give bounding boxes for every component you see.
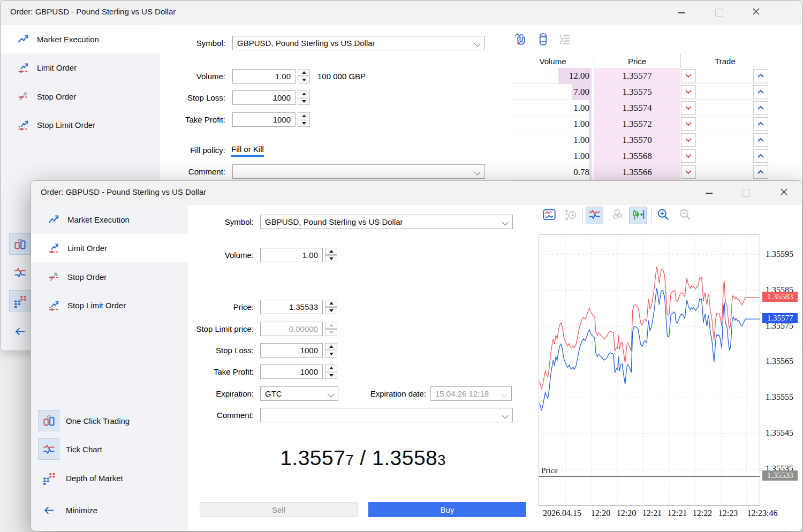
comment-input[interactable] <box>260 408 513 422</box>
take-profit-input[interactable]: 1000 <box>232 112 296 127</box>
symbol-select[interactable]: GBPUSD, Pound Sterling vs US Dollar <box>232 36 485 50</box>
close-button[interactable] <box>771 181 796 205</box>
stepper-up[interactable] <box>298 90 310 97</box>
stepper-down[interactable] <box>325 351 337 358</box>
dom-buy-button[interactable] <box>753 69 768 82</box>
sidebar-item-market-execution[interactable]: Market Execution <box>31 206 188 234</box>
sidebar-item-stop-order[interactable]: Stop Order <box>31 263 188 291</box>
stepper-up[interactable] <box>325 343 337 350</box>
dom-sell-button[interactable] <box>681 165 696 179</box>
fill-policy-value[interactable]: Fill or Kill <box>231 145 264 157</box>
dom-sell-button[interactable] <box>681 101 696 115</box>
price-stepper[interactable] <box>325 300 337 314</box>
clear-button[interactable] <box>535 31 551 47</box>
minimize-panel-button[interactable] <box>9 321 31 342</box>
sidebar-item-limit-order[interactable]: Limit Order <box>1 54 160 82</box>
sidebar-item-limit-order[interactable]: Limit Order <box>31 234 188 262</box>
dom-buy-button[interactable] <box>753 101 768 115</box>
stepper-down[interactable] <box>298 120 310 127</box>
price-scale-label: 1.35565 <box>766 356 802 366</box>
close-button[interactable] <box>744 1 768 25</box>
dom-sell-button[interactable] <box>681 69 696 82</box>
stop-loss-stepper[interactable] <box>325 343 337 358</box>
symbol-select[interactable]: GBPUSD, Pound Sterling vs US Dollar <box>260 215 513 229</box>
volume-input[interactable]: 1.00 <box>260 248 323 262</box>
stop-loss-input[interactable]: 1000 <box>260 343 323 358</box>
stepper-down[interactable] <box>325 372 337 379</box>
sidebar-item-stop-limit-order[interactable]: Stop Limit Order <box>31 291 188 320</box>
toolbar-divider <box>582 208 583 223</box>
dom-buy-button[interactable] <box>753 85 768 98</box>
stop-loss-input[interactable]: 1000 <box>232 90 296 105</box>
dom-buy-button[interactable] <box>753 165 768 179</box>
minimize-button[interactable] <box>669 1 694 25</box>
minimize-button[interactable] <box>696 181 721 205</box>
comment-label: Comment: <box>140 167 225 176</box>
one-click-trading-toggle[interactable]: One Click Trading <box>38 410 130 431</box>
stop-limit-order-icon <box>17 118 31 132</box>
comment-input[interactable] <box>232 164 485 179</box>
dom-row: 7.001.35575 <box>512 84 770 100</box>
maximize-icon <box>742 189 750 197</box>
market-execution-icon <box>47 213 61 227</box>
volume-stepper[interactable] <box>298 69 310 83</box>
stepper-up[interactable] <box>325 248 337 255</box>
sell-button[interactable]: Sell <box>200 502 358 517</box>
tick-chart-plot[interactable]: Price <box>539 234 760 506</box>
stop-limit-price-label: Stop Limit price: <box>168 324 254 333</box>
minimize-panel-button[interactable]: Minimize <box>38 499 97 521</box>
stepper-down[interactable] <box>325 255 337 262</box>
sidebar-item-market-execution[interactable]: Market Execution <box>1 25 160 54</box>
stepper-up[interactable] <box>298 112 310 119</box>
volume-input[interactable]: 1.00 <box>232 69 296 83</box>
dom-row: 1.001.35574 <box>512 100 770 116</box>
dom-price-cell: 1.35570 <box>594 132 680 148</box>
take-profit-stepper[interactable] <box>325 364 337 379</box>
stepper-up[interactable] <box>325 364 337 371</box>
orders-list-icon <box>556 31 572 47</box>
stepper-down[interactable] <box>298 98 310 105</box>
dom-buy-button[interactable] <box>753 149 768 163</box>
volume-stepper[interactable] <box>325 248 337 262</box>
bubbles-icon <box>609 207 624 224</box>
tick-chart-view-button[interactable] <box>586 207 603 224</box>
tick-chart-toggle[interactable] <box>9 262 31 283</box>
dom-buy-button[interactable] <box>753 133 768 147</box>
stop-loss-stepper[interactable] <box>298 90 310 105</box>
buy-button[interactable]: Buy <box>368 502 526 517</box>
column-divider <box>680 54 681 68</box>
expiration-select[interactable]: GTC <box>260 386 338 401</box>
chart-mode-button[interactable] <box>540 207 558 224</box>
stop-limit-price-stepper <box>325 322 337 336</box>
sidebar-item-stop-order[interactable]: Stop Order <box>1 82 160 111</box>
depth-of-market-icon <box>9 290 31 311</box>
stepper-up[interactable] <box>298 69 310 76</box>
take-profit-stepper[interactable] <box>298 112 310 127</box>
depth-of-market-toggle[interactable]: Depth of Market <box>38 467 123 489</box>
close-icon <box>780 188 788 198</box>
stepper-up[interactable] <box>325 300 337 307</box>
zoom-in-icon <box>656 207 671 224</box>
stepper-down[interactable] <box>325 307 337 314</box>
dom-volume-cell: 0.78 <box>512 164 592 180</box>
maximize-button[interactable] <box>733 181 758 205</box>
take-profit-input[interactable]: 1000 <box>260 364 323 379</box>
maximize-button[interactable] <box>707 1 731 25</box>
price-input[interactable]: 1.35533 <box>260 300 323 314</box>
auto-scale-button[interactable] <box>629 207 647 224</box>
dom-buy-button[interactable] <box>753 117 768 131</box>
magnet-mode-button[interactable] <box>512 31 528 47</box>
tick-chart-toggle[interactable]: Tick Chart <box>38 438 102 460</box>
dom-sell-button[interactable] <box>681 149 696 163</box>
zoom-in-button[interactable] <box>654 207 672 224</box>
dom-sell-button[interactable] <box>681 117 696 131</box>
one-click-trading-toggle[interactable] <box>9 233 31 255</box>
sidebar-item-stop-limit-order[interactable]: Stop Limit Order <box>1 111 160 139</box>
dom-sell-button[interactable] <box>681 133 696 147</box>
stop-order-icon <box>17 90 31 104</box>
minimize-icon <box>678 12 685 13</box>
depth-of-market-toggle[interactable] <box>9 290 31 311</box>
stepper-down[interactable] <box>298 77 310 83</box>
dom-price-cell: 1.35572 <box>594 116 680 132</box>
dom-sell-button[interactable] <box>681 85 696 98</box>
